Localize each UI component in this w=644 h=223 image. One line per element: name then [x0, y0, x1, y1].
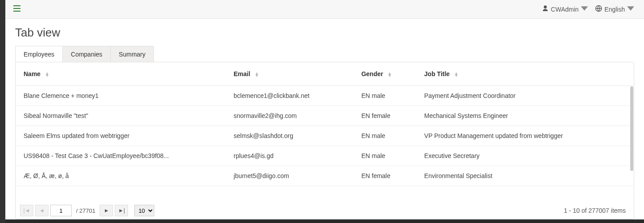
table-row[interactable]: Saleem Elms updated from webtriggerselms…: [16, 126, 634, 146]
cell-gender: EN female: [353, 166, 416, 186]
cell-job: Executive Secretary: [416, 146, 634, 166]
language-menu[interactable]: English: [592, 3, 638, 15]
pager-first-button[interactable]: |◄: [20, 205, 33, 216]
tab-summary[interactable]: Summary: [111, 46, 154, 62]
first-page-icon: |◄: [24, 207, 30, 214]
sort-icon: ▲▼: [45, 72, 49, 77]
pager-page-input[interactable]: [50, 205, 72, 216]
table-row[interactable]: Blane Clemence + money1bclemence1@clickb…: [16, 86, 634, 106]
col-header-gender[interactable]: Gender ▲▼: [353, 62, 416, 86]
menu-toggle-icon[interactable]: [12, 4, 22, 15]
cell-name: Saleem Elms updated from webtrigger: [16, 126, 225, 146]
bottom-bar: [5, 219, 644, 223]
page-title: Tab view: [15, 26, 634, 40]
language-label: English: [604, 6, 625, 13]
cell-job: Mechanical Systems Engineer: [416, 106, 634, 126]
pager-prev-button[interactable]: ◄: [35, 205, 48, 216]
col-header-job-title[interactable]: Job Title ▲▼: [416, 62, 634, 86]
pager: |◄ ◄ / 27701 ► ►| 10 1 -: [16, 202, 634, 219]
cell-name: Sibeal Normaville "test": [16, 106, 225, 126]
globe-icon: [595, 5, 602, 13]
pager-total-pages: / 27701: [73, 207, 98, 214]
cell-name: US98408 - Test Case 3 - CwUatEmployee/bc…: [16, 146, 225, 166]
cell-gender: EN female: [353, 106, 416, 126]
cell-name: Æ, Ø, Å, æ, ø, å: [16, 166, 225, 186]
cell-email: selmsk@slashdot.org: [225, 126, 353, 146]
table-row[interactable]: Sibeal Normaville "test"snormaville2@ihg…: [16, 106, 634, 126]
user-menu[interactable]: CWAdmin: [538, 3, 592, 15]
left-rail: [0, 0, 5, 223]
user-icon: [542, 5, 549, 13]
pager-last-button[interactable]: ►|: [115, 205, 128, 216]
topbar: CWAdmin English: [5, 0, 644, 19]
table-row[interactable]: US98408 - Test Case 3 - CwUatEmployee/bc…: [16, 146, 634, 166]
last-page-icon: ►|: [118, 207, 125, 214]
data-grid: Name ▲▼ Email ▲▼ Gender ▲▼: [16, 62, 634, 202]
cell-gender: EN male: [353, 146, 416, 166]
pager-summary: 1 - 10 of 277007 items: [564, 207, 629, 214]
tab-label: Summary: [119, 51, 145, 58]
tabs: Employees Companies Summary: [15, 46, 634, 62]
cell-email: jburnet5@diigo.com: [225, 166, 353, 186]
table-row[interactable]: Æ, Ø, Å, æ, ø, åjburnet5@diigo.comEN fem…: [16, 166, 634, 186]
content: Tab view Employees Companies Summary Nam…: [5, 19, 644, 223]
col-header-label: Email: [233, 70, 250, 77]
prev-page-icon: ◄: [39, 207, 44, 214]
cell-email: rplues4@is.gd: [225, 146, 353, 166]
cell-email: snormaville2@ihg.com: [225, 106, 353, 126]
col-header-name[interactable]: Name ▲▼: [16, 62, 225, 86]
cell-job: Payment Adjustment Coordinator: [416, 86, 634, 106]
cell-gender: EN male: [353, 126, 416, 146]
tab-label: Companies: [71, 51, 102, 58]
caret-down-icon: [627, 5, 634, 13]
cell-gender: EN male: [353, 86, 416, 106]
user-label: CWAdmin: [551, 6, 579, 13]
next-page-icon: ►: [104, 207, 109, 214]
pager-page-size-select[interactable]: 10: [134, 205, 154, 216]
pager-next-button[interactable]: ►: [100, 205, 113, 216]
cell-email: bclemence1@clickbank.net: [225, 86, 353, 106]
sort-icon: ▲▼: [255, 72, 259, 77]
tab-employees[interactable]: Employees: [15, 46, 63, 62]
tab-companies[interactable]: Companies: [63, 46, 111, 62]
caret-down-icon: [581, 5, 588, 13]
col-header-label: Job Title: [424, 70, 450, 77]
col-header-label: Gender: [361, 70, 383, 77]
tab-panel: Name ▲▼ Email ▲▼ Gender ▲▼: [15, 62, 634, 219]
tab-label: Employees: [24, 51, 54, 58]
col-header-label: Name: [24, 70, 40, 77]
col-header-email[interactable]: Email ▲▼: [225, 62, 353, 86]
sort-icon: ▲▼: [454, 72, 459, 77]
scrollbar-thumb[interactable]: [630, 86, 633, 171]
cell-job: VP Product Management updated from webtr…: [416, 126, 634, 146]
cell-job: Environmental Specialist: [416, 166, 634, 186]
cell-name: Blane Clemence + money1: [16, 86, 225, 106]
sort-icon: ▲▼: [387, 72, 392, 77]
pager-total-pages-value: 27701: [79, 207, 95, 214]
